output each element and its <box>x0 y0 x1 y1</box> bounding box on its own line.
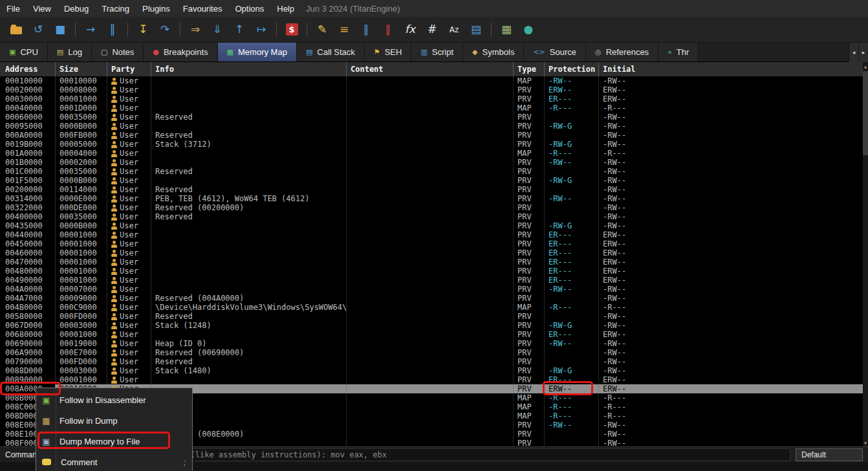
cell-info[interactable] <box>151 257 347 267</box>
cell-content[interactable] <box>347 167 514 176</box>
cell-party[interactable]: User <box>107 239 151 248</box>
cell-type[interactable]: PRV <box>514 294 545 303</box>
column-header-address[interactable]: Address <box>0 62 56 76</box>
cell-initial[interactable]: -R--- <box>599 149 868 158</box>
tab-seh[interactable]: ⚑SEH <box>365 43 412 61</box>
cell-initial[interactable]: -RW-- <box>599 221 868 230</box>
cell-info[interactable] <box>151 158 347 167</box>
cell-party[interactable]: User <box>107 140 151 149</box>
cell-initial[interactable]: -RW-- <box>599 122 868 131</box>
cell-info[interactable]: Reserved <box>151 357 347 366</box>
step-down-button[interactable]: ⇓ <box>208 21 227 39</box>
cell-protection[interactable]: -RW-- <box>545 158 599 167</box>
cell-protection[interactable]: ER--- <box>545 267 599 276</box>
cell-address[interactable]: 00314000 <box>0 194 56 203</box>
cell-content[interactable] <box>347 149 514 158</box>
cell-initial[interactable]: ERW-- <box>599 248 868 257</box>
cell-protection[interactable] <box>545 294 599 303</box>
cell-party[interactable]: User <box>107 221 151 230</box>
cell-size[interactable]: 00001000 <box>56 94 107 104</box>
cell-protection[interactable]: -RW-G <box>545 366 599 375</box>
cell-info[interactable]: PEB, TEB (4612), WoW64 TEB (4612) <box>151 194 347 203</box>
cell-info[interactable]: Reserved <box>151 113 347 122</box>
cell-size[interactable]: 00035000 <box>56 113 107 122</box>
cell-content[interactable] <box>347 294 514 303</box>
cell-info[interactable] <box>151 176 347 185</box>
cell-address[interactable]: 001C0000 <box>0 167 56 176</box>
step-out-button[interactable]: ↑ <box>230 21 249 39</box>
cell-size[interactable]: 00001000 <box>56 276 107 285</box>
tab-scroll-right-button[interactable] <box>858 43 868 62</box>
memory-map-row[interactable]: 000400000001D000UserMAP-R----R--- <box>0 104 868 113</box>
tab-cpu[interactable]: ▣CPU <box>0 43 48 61</box>
cell-initial[interactable]: -RW-- <box>599 194 868 203</box>
cell-protection[interactable]: -RW-- <box>545 194 599 203</box>
cell-size[interactable]: 000FD000 <box>56 357 107 366</box>
cell-address[interactable]: 00030000 <box>0 94 56 104</box>
follow-in-dump-menu-item[interactable]: ▦Follow in Dump <box>36 410 192 431</box>
cell-party[interactable]: User <box>107 303 151 312</box>
memory-map-row[interactable]: 0045000000001000UserPRVER---ERW-- <box>0 239 868 248</box>
cell-type[interactable]: MAP <box>514 149 545 158</box>
cell-initial[interactable]: -R--- <box>599 104 868 113</box>
cell-party[interactable]: User <box>107 330 151 339</box>
memory-map-row[interactable]: 00790000000FD000UserReservedPRV-RW-- <box>0 357 868 366</box>
cell-content[interactable] <box>347 122 514 131</box>
cell-content[interactable] <box>347 348 514 357</box>
cell-content[interactable] <box>347 366 514 375</box>
cell-address[interactable]: 0067D000 <box>0 321 56 330</box>
cell-initial[interactable]: -RW-- <box>599 176 868 185</box>
cell-party[interactable]: User <box>107 122 151 131</box>
cell-type[interactable]: PRV <box>514 239 545 248</box>
cell-address[interactable]: 00480000 <box>0 267 56 276</box>
menu-plugins[interactable]: Plugins <box>136 0 177 17</box>
memory-map-row[interactable]: 0069000000019000UserHeap (ID 0)PRV-RW---… <box>0 339 868 348</box>
cell-info[interactable] <box>151 267 347 276</box>
cell-party[interactable]: User <box>107 76 151 85</box>
cell-party[interactable]: User <box>107 212 151 221</box>
cell-info[interactable]: Stack (1480) <box>151 366 347 375</box>
memory-map-row[interactable]: 001B000000002000UserPRV-RW---RW-- <box>0 158 868 167</box>
cell-protection[interactable]: -RW-- <box>545 76 599 85</box>
memory-map-row[interactable]: 0006000000035000UserReservedPRV-RW-- <box>0 113 868 122</box>
column-header-content[interactable]: Content <box>347 62 514 76</box>
cell-address[interactable]: 001A0000 <box>0 149 56 158</box>
step-over-button[interactable]: ↷ <box>155 21 175 39</box>
memory-map-row[interactable]: 004A000000007000UserPRV-RW---RW-- <box>0 285 868 294</box>
tab-script[interactable]: ▥Script <box>411 43 463 61</box>
cell-initial[interactable]: -RW-- <box>599 131 868 140</box>
cell-info[interactable]: Reserved <box>151 131 347 140</box>
cell-content[interactable] <box>347 439 514 446</box>
cell-initial[interactable]: -RW-- <box>599 321 868 330</box>
cell-address[interactable]: 00580000 <box>0 312 56 321</box>
cell-protection[interactable]: -R--- <box>545 303 599 312</box>
cell-protection[interactable]: -RW-G <box>545 321 599 330</box>
cell-party[interactable]: User <box>107 294 151 303</box>
cell-info[interactable]: Stack (1248) <box>151 321 347 330</box>
cell-info[interactable]: Reserved <box>151 167 347 176</box>
cell-party[interactable]: User <box>107 276 151 285</box>
menu-tracing[interactable]: Tracing <box>95 0 136 17</box>
memory-map-row[interactable]: 001C000000035000UserReservedPRV-RW-- <box>0 167 868 176</box>
cell-info[interactable]: Reserved (00200000) <box>151 203 347 212</box>
cell-content[interactable] <box>347 384 514 393</box>
tab-source[interactable]: <>Source <box>524 43 586 61</box>
cell-type[interactable]: PRV <box>514 321 545 330</box>
cell-initial[interactable]: ERW-- <box>599 330 868 339</box>
strings-button[interactable]: Az <box>444 21 464 39</box>
cell-type[interactable]: PRV <box>514 439 545 446</box>
memory-map-row[interactable]: 0047000000001000UserPRVER---ERW-- <box>0 257 868 267</box>
cell-content[interactable] <box>347 131 514 140</box>
memory-map-row[interactable]: 0003000000001000UserPRVER---ERW-- <box>0 94 868 104</box>
cell-type[interactable]: PRV <box>514 375 545 384</box>
cell-party[interactable]: User <box>107 375 151 384</box>
cell-address[interactable]: 004B0000 <box>0 303 56 312</box>
cell-content[interactable] <box>347 375 514 384</box>
cell-protection[interactable] <box>545 212 599 221</box>
cell-info[interactable] <box>151 149 347 158</box>
cell-protection[interactable] <box>545 131 599 140</box>
memory-map-row[interactable]: 0002000000008000UserPRVERW--ERW-- <box>0 85 868 94</box>
cell-address[interactable]: 00020000 <box>0 85 56 94</box>
scrollbar-thumb[interactable] <box>863 71 868 155</box>
memory-map-row[interactable]: 000950000000B000UserPRV-RW-G-RW-- <box>0 122 868 131</box>
